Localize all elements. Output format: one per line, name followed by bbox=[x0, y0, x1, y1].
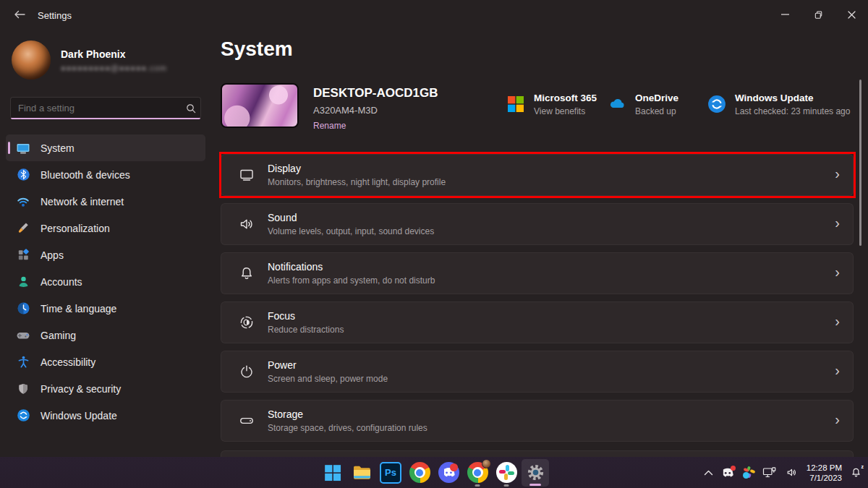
tray-display-connect-icon[interactable] bbox=[762, 466, 777, 479]
row-title: Notifications bbox=[268, 261, 835, 273]
chevron-right-icon: › bbox=[835, 166, 840, 184]
sidebar-item-label: Bluetooth & devices bbox=[41, 169, 130, 181]
display-icon bbox=[237, 166, 256, 184]
card-title: OneDrive bbox=[635, 93, 678, 103]
sidebar-item-label: Accounts bbox=[41, 276, 82, 288]
chrome-icon[interactable] bbox=[405, 458, 434, 487]
profile-name: Dark Phoenix bbox=[61, 48, 167, 60]
minimize-button[interactable] bbox=[768, 0, 801, 29]
onedrive-icon bbox=[608, 95, 626, 114]
microsoft-365-card[interactable]: Microsoft 365 View benefits bbox=[506, 93, 608, 116]
sidebar-item-system[interactable]: System bbox=[6, 134, 205, 161]
sidebar-item-network-internet[interactable]: Network & internet bbox=[6, 188, 205, 215]
row-sound[interactable]: Sound Volume levels, output, input, soun… bbox=[221, 203, 854, 245]
row-display[interactable]: Display Monitors, brightness, night ligh… bbox=[221, 154, 854, 196]
tray-discord-icon[interactable] bbox=[721, 467, 734, 479]
accessibility-icon bbox=[16, 355, 30, 369]
row-title: Display bbox=[268, 163, 835, 174]
start-button[interactable] bbox=[318, 458, 347, 487]
windows-update-icon bbox=[16, 408, 30, 423]
close-button[interactable] bbox=[835, 0, 868, 29]
tray-date: 7/1/2023 bbox=[807, 473, 842, 483]
sidebar-item-label: Personalization bbox=[41, 223, 110, 234]
sidebar-item-accounts[interactable]: Accounts bbox=[6, 268, 205, 295]
sound-icon bbox=[237, 215, 256, 234]
profile-badge bbox=[482, 459, 491, 468]
row-notifications[interactable]: Notifications Alerts from apps and syste… bbox=[221, 252, 854, 294]
system-icon bbox=[16, 141, 30, 155]
sidebar-item-gaming[interactable]: Gaming bbox=[6, 322, 205, 348]
sidebar-nav: System Bluetooth & devices Network & int… bbox=[6, 134, 205, 429]
sidebar-item-apps[interactable]: Apps bbox=[6, 241, 205, 268]
sidebar-item-label: Apps bbox=[41, 249, 64, 261]
wifi-icon bbox=[16, 194, 30, 209]
tray-volume-icon[interactable] bbox=[785, 466, 799, 479]
sidebar-item-personalization[interactable]: Personalization bbox=[6, 215, 205, 241]
card-subtitle: View benefits bbox=[534, 106, 597, 116]
focus-icon bbox=[237, 313, 256, 332]
power-icon bbox=[237, 362, 256, 381]
app-title: Settings bbox=[38, 10, 72, 21]
device-name: DESKTOP-AOCD1GB bbox=[313, 86, 438, 100]
onedrive-card[interactable]: OneDrive Backed up bbox=[608, 93, 707, 116]
card-subtitle: Last checked: 23 minutes ago bbox=[735, 106, 850, 116]
chevron-right-icon: › bbox=[835, 314, 840, 331]
tray-chevron-up-icon[interactable] bbox=[704, 470, 713, 476]
titlebar: Settings bbox=[0, 0, 868, 29]
card-subtitle: Backed up bbox=[635, 106, 678, 116]
sidebar-item-bluetooth-devices[interactable]: Bluetooth & devices bbox=[6, 161, 205, 188]
back-button[interactable] bbox=[9, 4, 30, 25]
discord-icon[interactable] bbox=[434, 458, 463, 487]
storage-icon bbox=[237, 411, 256, 430]
sidebar-item-label: Privacy & security bbox=[41, 383, 121, 395]
restore-button[interactable] bbox=[801, 0, 835, 29]
search-input[interactable] bbox=[11, 103, 182, 114]
row-focus[interactable]: Focus Reduce distractions › bbox=[221, 301, 854, 343]
tray-app-icon[interactable] bbox=[742, 466, 754, 479]
row-subtitle: Screen and sleep, power mode bbox=[268, 374, 835, 384]
notifications-icon bbox=[237, 264, 256, 283]
row-title: Storage bbox=[268, 408, 835, 420]
windows-update-icon bbox=[707, 95, 726, 114]
user-profile[interactable]: Dark Phoenix ●●●●●●●●●@●●●●●.com bbox=[12, 40, 167, 80]
card-title: Microsoft 365 bbox=[534, 93, 597, 103]
tray-time: 12:28 PM bbox=[807, 463, 842, 473]
row-subtitle: Monitors, brightness, night light, displ… bbox=[268, 177, 835, 187]
search-icon[interactable] bbox=[182, 103, 200, 114]
sidebar-item-label: Windows Update bbox=[41, 410, 117, 421]
chevron-right-icon: › bbox=[835, 265, 840, 282]
sidebar-item-label: System bbox=[41, 142, 75, 154]
microsoft-365-icon bbox=[506, 95, 525, 114]
settings-row-list: Display Monitors, brightness, night ligh… bbox=[221, 154, 854, 442]
sidebar-item-privacy-security[interactable]: Privacy & security bbox=[6, 375, 205, 402]
bluetooth-icon bbox=[16, 168, 30, 182]
sidebar-item-label: Accessibility bbox=[41, 356, 95, 368]
search-box bbox=[10, 97, 201, 119]
taskbar: Ps bbox=[0, 457, 868, 488]
chrome-profile-icon[interactable] bbox=[463, 458, 492, 487]
gamepad-icon bbox=[16, 328, 30, 343]
device-wallpaper-thumbnail bbox=[221, 83, 299, 128]
row-power[interactable]: Power Screen and sleep, power mode › bbox=[221, 351, 854, 393]
row-subtitle: Reduce distractions bbox=[268, 325, 835, 335]
row-storage[interactable]: Storage Storage space, drives, configura… bbox=[221, 400, 854, 442]
tray-clock[interactable]: 12:28 PM 7/1/2023 bbox=[807, 463, 842, 483]
scrollbar[interactable] bbox=[859, 80, 861, 246]
colorful-app-icon[interactable] bbox=[492, 458, 521, 487]
paintbrush-icon bbox=[16, 221, 30, 236]
rename-link[interactable]: Rename bbox=[313, 121, 346, 131]
page-title: System bbox=[221, 38, 293, 61]
sidebar-item-windows-update[interactable]: Windows Update bbox=[6, 402, 205, 429]
sidebar-item-time-language[interactable]: Time & language bbox=[6, 295, 205, 322]
tray-notification-bell-icon[interactable]: z bbox=[850, 466, 862, 479]
file-explorer-icon[interactable] bbox=[347, 458, 376, 487]
row-title: Power bbox=[268, 359, 835, 371]
photoshop-icon[interactable]: Ps bbox=[376, 458, 405, 487]
settings-gear-icon[interactable] bbox=[522, 459, 549, 487]
windows-update-card[interactable]: Windows Update Last checked: 23 minutes … bbox=[707, 93, 850, 116]
sidebar-item-accessibility[interactable]: Accessibility bbox=[6, 348, 205, 375]
shield-icon bbox=[16, 382, 30, 396]
chevron-right-icon: › bbox=[835, 215, 840, 233]
row-title: Sound bbox=[268, 212, 835, 223]
notification-badge bbox=[731, 466, 736, 471]
